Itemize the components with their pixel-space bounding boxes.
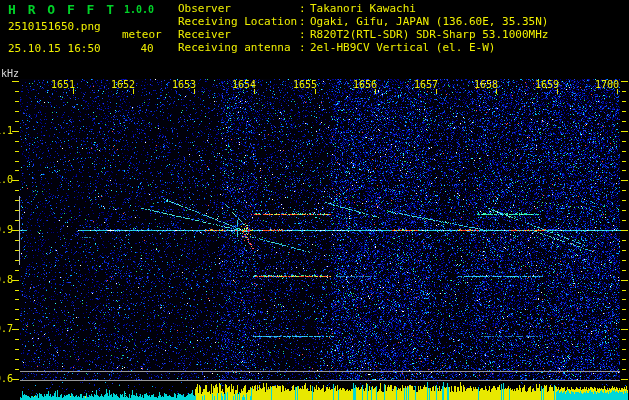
time-tick-label: 1657	[410, 79, 438, 90]
time-tick-label: 1654	[228, 79, 256, 90]
datetime-label: 25.10.15 16:50	[8, 42, 101, 55]
info-value: 2el-HB9CV Vertical (el. E-W)	[310, 41, 495, 54]
info-colon: :	[299, 2, 310, 15]
sample-count: 40	[130, 42, 164, 55]
time-tick-label: 1659	[531, 79, 559, 90]
freq-tick-label: 1.0	[0, 174, 13, 185]
info-row-antenna: Receiving antenna:2el-HB9CV Vertical (el…	[178, 41, 548, 54]
info-colon: :	[299, 41, 310, 54]
freq-tick-label: 0.6	[0, 373, 13, 384]
info-row-receiver: Receiver:R820T2(RTL-SDR) SDR-Sharp 53.10…	[178, 28, 548, 41]
time-tick-label: 1658	[470, 79, 498, 90]
mode-label: meteor	[122, 28, 162, 41]
output-filename: 2510151650.png	[8, 20, 101, 33]
time-tick-label: 1651	[47, 79, 75, 90]
time-tick-label: 1653	[168, 79, 196, 90]
info-row-observer: Observer:Takanori Kawachi	[178, 2, 548, 15]
time-tick-label: 1700	[591, 79, 619, 90]
info-label: Observer	[178, 2, 299, 15]
app-title: H R O F F T	[8, 2, 116, 17]
y-axis-unit-label: kHz	[1, 68, 19, 79]
info-value: R820T2(RTL-SDR) SDR-Sharp 53.1000MHz	[310, 28, 548, 41]
freq-tick-label: 0.8	[0, 274, 13, 285]
app-version: 1.0.0	[124, 4, 154, 15]
time-tick-label: 1655	[289, 79, 317, 90]
hrofft-window: H R O F F T 1.0.0 2510151650.png meteor …	[0, 0, 629, 400]
spectrogram-canvas	[0, 0, 629, 400]
station-info: Observer:Takanori Kawachi Receiving Loca…	[178, 2, 548, 54]
time-tick-label: 1652	[107, 79, 135, 90]
info-label: Receiving antenna	[178, 41, 299, 54]
info-value: Takanori Kawachi	[310, 2, 416, 15]
time-tick-label: 1656	[349, 79, 377, 90]
freq-tick-label: 0.9	[0, 224, 13, 235]
info-colon: :	[299, 28, 310, 41]
info-row-location: Receiving Location:Ogaki, Gifu, JAPAN (1…	[178, 15, 548, 28]
info-label: Receiving Location	[178, 15, 299, 28]
info-value: Ogaki, Gifu, JAPAN (136.60E, 35.35N)	[310, 15, 548, 28]
freq-tick-label: 1.1	[0, 125, 13, 136]
freq-tick-label: 0.7	[0, 323, 13, 334]
info-colon: :	[299, 15, 310, 28]
info-label: Receiver	[178, 28, 299, 41]
